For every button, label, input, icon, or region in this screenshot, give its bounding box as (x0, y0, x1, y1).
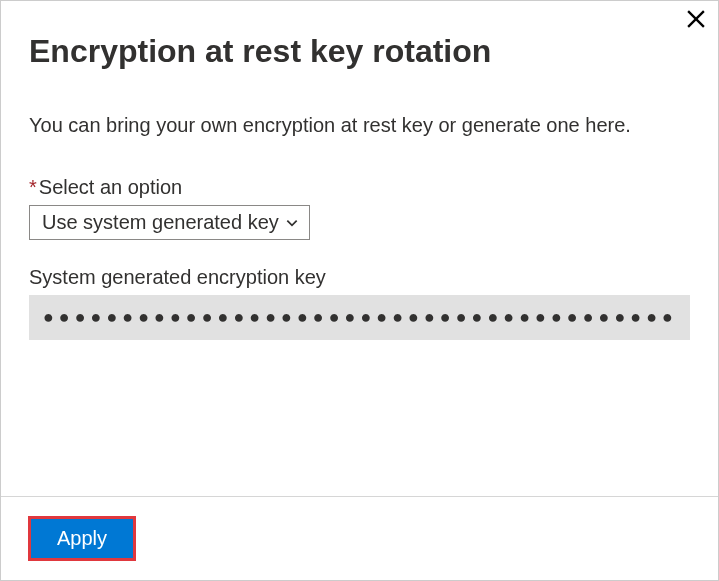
dialog-title: Encryption at rest key rotation (29, 33, 690, 70)
generated-key-field: System generated encryption key (29, 266, 690, 340)
select-option-field: *Select an option Use system generated k… (29, 176, 690, 240)
apply-button[interactable]: Apply (29, 517, 135, 560)
select-option-label-text: Select an option (39, 176, 182, 198)
select-value: Use system generated key (42, 211, 279, 234)
dialog-description: You can bring your own encryption at res… (29, 110, 690, 140)
generated-key-display (29, 295, 690, 340)
key-option-select[interactable]: Use system generated key (29, 205, 310, 240)
close-icon[interactable] (684, 7, 708, 31)
required-asterisk-icon: * (29, 176, 37, 198)
dialog-content: Encryption at rest key rotation You can … (1, 1, 718, 496)
select-option-label: *Select an option (29, 176, 690, 199)
generated-key-label: System generated encryption key (29, 266, 690, 289)
dialog-footer: Apply (1, 496, 718, 580)
chevron-down-icon (285, 216, 299, 230)
encryption-key-rotation-dialog: Encryption at rest key rotation You can … (0, 0, 719, 581)
x-icon (687, 10, 705, 28)
